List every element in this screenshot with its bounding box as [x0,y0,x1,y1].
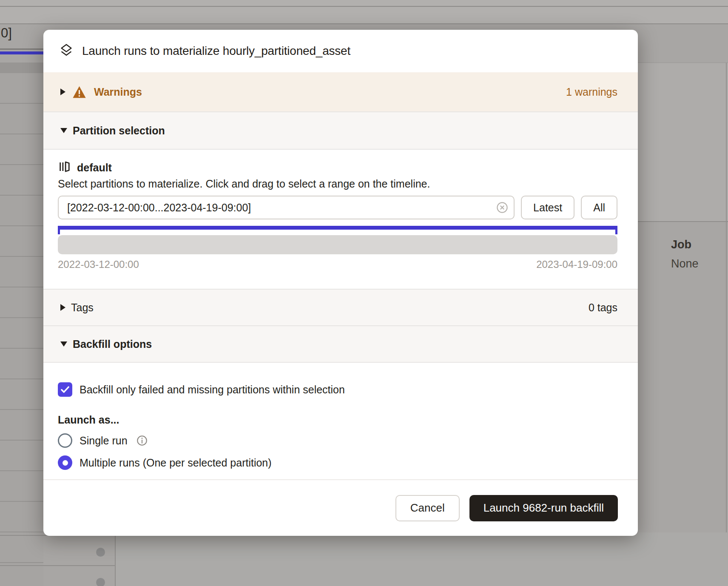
backfill-only-failed-row[interactable]: Backfill only failed and missing partiti… [58,382,617,397]
timeline-selection-bar[interactable] [58,226,617,230]
background-divider [0,23,728,24]
timeline-end-label: 2023-04-19-09:00 [536,259,617,270]
partition-dimension-row: default [58,160,617,175]
tags-title: Tags [71,302,94,314]
background-table-rows [0,73,43,586]
backfill-options-content: Backfill only failed and missing partiti… [43,363,638,479]
background-divider [0,6,728,7]
partition-selection-section-header[interactable]: Partition selection [43,111,638,150]
multiple-runs-label: Multiple runs (One per selected partitio… [80,457,272,469]
selection-end-handle[interactable] [615,226,617,234]
background-bottom-panel [116,532,728,586]
background-divider [115,532,116,586]
partition-timeline-track[interactable] [58,235,617,254]
warnings-count: 1 warnings [566,86,617,98]
background-status-dot [96,548,105,557]
backfill-only-failed-label: Backfill only failed and missing partiti… [80,384,345,396]
background-divider [726,63,727,586]
warnings-section-header[interactable]: Warnings 1 warnings [43,72,638,111]
warning-icon [72,85,86,99]
single-run-label: Single run [80,435,128,447]
backfill-only-failed-checkbox[interactable] [58,382,72,397]
background-divider [0,565,115,566]
dialog-header: Launch runs to materialize hourly_partit… [43,30,638,72]
single-run-radio[interactable] [58,433,72,448]
backfill-options-section-header[interactable]: Backfill options [43,326,638,363]
backfill-options-title: Backfill options [73,338,152,350]
partition-selection-title: Partition selection [73,125,165,137]
background-top-band [0,0,728,23]
background-divider [638,221,728,222]
partition-range-row: Latest All [58,196,617,219]
tags-section-header[interactable]: Tags 0 tags [43,289,638,326]
multiple-runs-option[interactable]: Multiple runs (One per selected partitio… [58,455,617,470]
multiple-runs-radio[interactable] [58,455,72,470]
timeline-start-label: 2022-03-12-00:00 [58,259,139,270]
chevron-right-icon[interactable] [60,304,65,311]
screen: 0] Job None Launch runs to materialize h… [0,0,728,586]
latest-button[interactable]: Latest [521,196,574,219]
tags-count: 0 tags [589,302,617,314]
partition-selection-content: default Select partitions to materialize… [43,150,638,289]
background-partial-text: 0] [1,26,12,41]
warnings-label: Warnings [94,86,142,98]
timeline-date-labels: 2022-03-12-00:00 2023-04-19-09:00 [58,259,617,270]
chevron-right-icon[interactable] [60,88,65,95]
background-job-column-value: None [671,257,699,270]
chevron-down-icon[interactable] [60,341,67,347]
partition-range-input[interactable] [58,196,515,219]
all-button[interactable]: All [581,196,617,219]
partition-dimension-name: default [77,162,112,174]
dialog-footer: Cancel Launch 9682-run backfill [43,479,638,536]
background-accent-rule [0,51,43,54]
cancel-button[interactable]: Cancel [395,495,460,521]
selection-start-handle[interactable] [58,226,60,234]
background-status-dot [96,578,105,586]
clear-selection-icon[interactable] [496,201,509,214]
dialog-title: Launch runs to materialize hourly_partit… [82,44,350,58]
launch-backfill-dialog: Launch runs to materialize hourly_partit… [43,30,638,536]
info-icon[interactable] [136,435,148,447]
materialize-icon [59,43,74,60]
background-rule [0,48,43,50]
background-job-column-header: Job [671,238,691,251]
launch-backfill-button[interactable]: Launch 9682-run backfill [469,495,618,521]
partition-selection-description: Select partitions to materialize. Click … [58,178,617,190]
launch-as-label: Launch as... [58,414,617,426]
background-right-panel [638,63,728,222]
chevron-down-icon[interactable] [60,128,67,133]
single-run-option[interactable]: Single run [58,433,617,448]
partition-dimension-icon [58,160,71,175]
partition-range-input-wrap [58,196,515,219]
